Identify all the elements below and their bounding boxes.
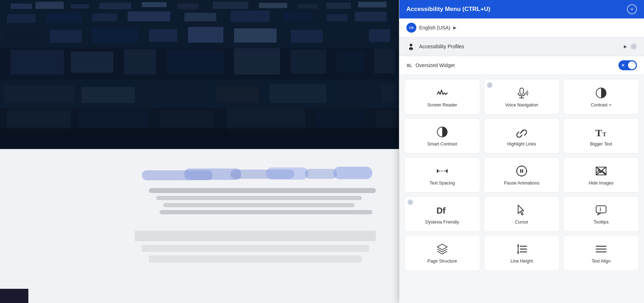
text-align-card[interactable]: Text Align [563, 235, 639, 271]
close-button[interactable]: × [627, 4, 637, 14]
svg-rect-41 [216, 86, 259, 103]
highlight-links-label: Highlight Links [507, 141, 536, 147]
contrast-plus-icon [595, 87, 607, 99]
voice-navigation-label: Voice Navigation [505, 102, 538, 108]
oversized-widget-row: XL Oversized Widget ✕ [399, 56, 644, 75]
cursor-label: Cursor [515, 219, 528, 225]
svg-rect-37 [374, 49, 395, 73]
svg-rect-15 [184, 13, 216, 21]
profiles-arrow: ▶ [624, 44, 627, 49]
svg-rect-33 [167, 50, 223, 73]
smart-contrast-icon [436, 126, 449, 138]
oversized-widget-toggle[interactable]: ✕ [618, 60, 637, 70]
svg-marker-82 [445, 170, 447, 172]
smart-contrast-card[interactable]: Smart Contrast [404, 118, 480, 154]
svg-rect-11 [7, 14, 35, 23]
screen-reader-card[interactable]: Screen Reader [404, 79, 480, 115]
profiles-text: Accessibility Profiles [419, 44, 620, 49]
svg-rect-42 [270, 84, 326, 103]
line-height-label: Line Height [510, 258, 533, 264]
svg-point-68 [409, 47, 413, 50]
svg-rect-64 [142, 245, 369, 252]
svg-marker-96 [518, 205, 524, 215]
svg-rect-60 [156, 196, 362, 200]
svg-rect-6 [213, 2, 248, 9]
svg-rect-25 [234, 28, 277, 43]
widget-text: Oversized Widget [416, 62, 615, 68]
svg-rect-35 [291, 50, 326, 74]
voice-nav-info: i [487, 82, 493, 88]
svg-point-74 [440, 131, 442, 132]
svg-rect-12 [46, 12, 82, 23]
pause-animations-label: Pause Animations [504, 180, 539, 186]
features-grid: Screen Reader i Voice Navigation Contras… [399, 75, 644, 303]
hide-images-icon [595, 165, 607, 177]
svg-rect-59 [149, 188, 376, 193]
bg-light-pixels [0, 149, 399, 303]
accessibility-profiles-row[interactable]: Accessibility Profiles ▶ i [399, 37, 644, 56]
svg-marker-103 [517, 252, 519, 254]
bg-dark-pixels [0, 0, 399, 149]
contrast-plus-label: Contrast + [591, 102, 611, 108]
panel-title: Accessibility Menu (CTRL+U) [406, 6, 490, 13]
bigger-text-card[interactable]: T T Bigger Text [563, 118, 639, 154]
text-spacing-icon [436, 165, 449, 177]
dyslexia-friendly-label: Dyslexia Friendly [425, 219, 459, 225]
svg-rect-1 [35, 2, 64, 9]
svg-rect-17 [284, 12, 312, 21]
svg-rect-27 [333, 28, 358, 42]
bigger-text-icon: T T [595, 126, 607, 138]
svg-text:i: i [600, 206, 601, 212]
tooltips-icon: i [595, 204, 607, 216]
svg-rect-8 [298, 4, 317, 9]
svg-marker-81 [437, 170, 439, 172]
line-height-card[interactable]: Line Height [484, 235, 560, 271]
svg-rect-89 [520, 169, 521, 173]
panel-header: Accessibility Menu (CTRL+U) × [399, 0, 644, 18]
contrast-plus-card[interactable]: Contrast + [563, 79, 639, 115]
svg-rect-63 [135, 231, 376, 241]
background-content [0, 0, 399, 303]
voice-navigation-card[interactable]: i Voice Navigation [484, 79, 560, 115]
cursor-card[interactable]: Cursor [484, 196, 560, 232]
text-align-icon [595, 243, 607, 255]
svg-rect-16 [231, 11, 270, 22]
language-row[interactable]: US English (USA) ▶ [399, 18, 644, 37]
toggle-knob [628, 61, 636, 69]
text-spacing-card[interactable]: Text Spacing [404, 157, 480, 193]
page-structure-card[interactable]: Page Structure [404, 235, 480, 271]
page-structure-label: Page Structure [427, 258, 457, 264]
accessibility-panel: Accessibility Menu (CTRL+U) × US English… [399, 0, 644, 303]
svg-rect-34 [234, 48, 280, 75]
dark-corner [0, 289, 28, 303]
screen-reader-label: Screen Reader [427, 102, 457, 108]
svg-rect-56 [266, 167, 309, 180]
svg-rect-31 [71, 51, 113, 73]
svg-rect-24 [188, 27, 223, 43]
svg-rect-9 [326, 2, 351, 9]
svg-rect-10 [358, 2, 387, 7]
svg-rect-28 [369, 29, 390, 42]
language-flag: US [406, 23, 416, 33]
text-spacing-label: Text Spacing [429, 180, 455, 186]
svg-rect-62 [160, 210, 372, 214]
svg-rect-21 [50, 30, 82, 43]
profiles-info: i [631, 43, 637, 50]
svg-rect-40 [142, 84, 206, 103]
tooltips-card[interactable]: i Tooltips [563, 196, 639, 232]
bigger-text-label: Bigger Text [590, 141, 612, 147]
svg-text:T: T [595, 127, 602, 138]
svg-rect-39 [82, 87, 135, 103]
svg-rect-22 [92, 28, 138, 43]
profile-accessibility-icon [406, 42, 416, 51]
svg-rect-52 [0, 128, 399, 149]
pause-animations-card[interactable]: Pause Animations [484, 157, 560, 193]
highlight-links-card[interactable]: Highlight Links [484, 118, 560, 154]
svg-rect-7 [259, 3, 287, 8]
screen-reader-icon [436, 87, 449, 99]
svg-rect-32 [124, 49, 156, 75]
svg-rect-65 [149, 255, 362, 263]
dyslexia-friendly-card[interactable]: i Df Dyslexia Friendly [404, 196, 480, 232]
language-arrow: ▶ [453, 25, 456, 30]
hide-images-card[interactable]: Hide Images [563, 157, 639, 193]
